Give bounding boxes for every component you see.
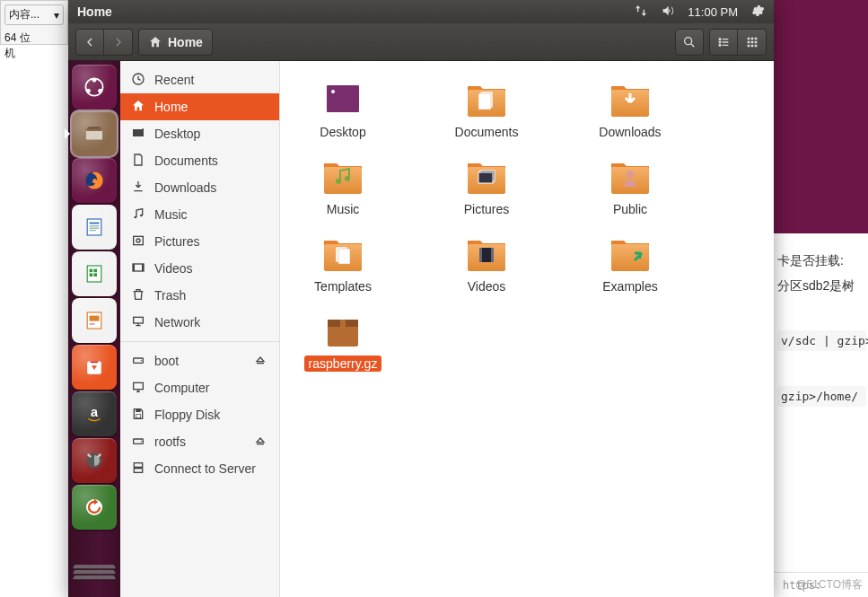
file-item-raspberry-gz[interactable]: raspberry.gz	[289, 311, 397, 372]
ubuntu-window: Home 11:00 PM Home a RecentHomeDesktopDo…	[68, 0, 774, 597]
sidebar-item-label: Desktop	[154, 127, 200, 141]
svg-rect-64	[338, 249, 350, 264]
file-item-label: Examples	[598, 278, 662, 294]
svg-rect-41	[136, 408, 140, 411]
svg-rect-35	[133, 264, 135, 271]
launcher-files-icon[interactable]	[72, 111, 117, 156]
svg-point-4	[98, 89, 102, 93]
svg-point-0	[685, 37, 692, 44]
sidebar-item-label: Trash	[154, 288, 186, 303]
host-panel-right: 卡是否挂载: 分区sdb2是树 v/sdc | gzip> gzip>/home…	[774, 0, 868, 597]
sidebar-item-boot[interactable]: boot	[120, 347, 279, 374]
sidebar-item-desktop[interactable]: Desktop	[120, 120, 279, 147]
sidebar-item-label: Home	[154, 100, 188, 114]
svg-rect-67	[479, 248, 482, 262]
svg-point-3	[86, 89, 91, 93]
sidebar-item-label: Pictures	[154, 234, 200, 249]
view-list-button[interactable]	[709, 29, 738, 56]
sidebar-item-label: Recent	[154, 73, 194, 87]
sidebar-item-documents[interactable]: Documents	[120, 147, 279, 174]
sidebar-item-trash[interactable]: Trash	[120, 282, 279, 309]
window-title: Home	[77, 4, 112, 19]
launcher-firefox-icon[interactable]	[72, 158, 117, 203]
svg-rect-21	[90, 323, 95, 325]
pictures-icon	[131, 233, 145, 250]
server-icon	[131, 461, 145, 478]
view-grid-button[interactable]	[738, 29, 767, 56]
sidebar-item-label: Videos	[154, 261, 193, 276]
file-item-examples[interactable]: Examples	[576, 233, 684, 294]
search-button[interactable]	[675, 29, 704, 56]
path-button-home[interactable]: Home	[138, 29, 213, 56]
svg-rect-40	[134, 382, 144, 389]
launcher-software-icon[interactable]	[72, 345, 117, 390]
launcher-trash-stack[interactable]	[71, 565, 118, 597]
file-item-downloads[interactable]: Downloads	[576, 79, 684, 140]
eject-button[interactable]	[252, 353, 268, 369]
file-item-pictures[interactable]: Pictures	[433, 156, 540, 217]
forward-button[interactable]	[104, 29, 133, 56]
sidebar-item-rootfs[interactable]: rootfs	[120, 428, 279, 455]
network-updown-icon[interactable]	[634, 4, 648, 21]
svg-rect-9	[87, 219, 101, 235]
sidebar-item-computer[interactable]: Computer	[120, 374, 279, 401]
sidebar-item-network[interactable]: Network	[120, 309, 279, 336]
sidebar-item-videos[interactable]: Videos	[120, 255, 279, 282]
file-item-label: raspberry.gz	[304, 356, 382, 372]
back-button[interactable]	[75, 29, 104, 56]
svg-point-44	[141, 441, 142, 442]
host-text-2: 分区sdb2是树	[777, 278, 866, 294]
sidebar-item-label: Connect to Server	[154, 461, 256, 476]
svg-point-49	[331, 90, 335, 93]
launcher-dash-icon[interactable]	[72, 65, 117, 110]
desktop-icon	[131, 126, 145, 143]
volume-icon[interactable]	[661, 4, 675, 21]
launcher-calc-icon[interactable]	[72, 251, 117, 296]
svg-rect-15	[90, 269, 93, 273]
svg-text:a: a	[91, 405, 99, 419]
svg-point-30	[134, 215, 136, 218]
host-dropdown[interactable]: 内容...▾	[4, 4, 64, 25]
sidebar-item-label: Floppy Disk	[154, 408, 220, 422]
gear-icon[interactable]	[750, 4, 765, 21]
host-text-64bit: 64 位	[4, 31, 64, 46]
file-item-templates[interactable]: Templates	[289, 233, 397, 294]
network-icon	[131, 314, 145, 331]
file-item-music[interactable]: Music	[289, 156, 397, 217]
sidebar-item-floppy-disk[interactable]: Floppy Disk	[120, 401, 279, 428]
host-footer: https://blog.csdn.net/liup @51CTO博客	[774, 572, 868, 597]
file-item-public[interactable]: Public	[576, 156, 684, 217]
sidebar-item-pictures[interactable]: Pictures	[120, 228, 279, 255]
svg-rect-36	[142, 264, 144, 271]
documents-icon	[131, 153, 145, 170]
sidebar-item-music[interactable]: Music	[120, 201, 279, 228]
launcher-impress-icon[interactable]	[72, 298, 117, 343]
launcher-updater-icon[interactable]	[72, 485, 117, 530]
launcher-amazon-icon[interactable]: a	[72, 391, 117, 436]
launcher: a	[68, 61, 120, 597]
file-item-documents[interactable]: Documents	[433, 79, 540, 140]
chevron-down-icon: ▾	[54, 9, 59, 22]
file-item-label: Public	[609, 201, 652, 217]
sidebar-item-connect-to-server[interactable]: Connect to Server	[120, 455, 279, 482]
sidebar-item-downloads[interactable]: Downloads	[120, 174, 279, 201]
sidebar-item-home[interactable]: Home	[120, 93, 279, 120]
file-view[interactable]: DesktopDocumentsDownloadsMusicPicturesPu…	[280, 61, 774, 597]
launcher-settings-icon[interactable]	[72, 438, 117, 483]
sidebar-item-label: Music	[154, 207, 188, 222]
launcher-writer-icon[interactable]	[72, 205, 117, 250]
svg-rect-47	[326, 84, 360, 113]
svg-rect-17	[90, 273, 93, 277]
sidebar-separator	[120, 341, 279, 342]
file-item-desktop[interactable]: Desktop	[289, 79, 397, 140]
svg-rect-72	[340, 320, 346, 327]
eject-button[interactable]	[252, 434, 268, 450]
sidebar-item-recent[interactable]: Recent	[120, 66, 279, 93]
file-item-videos[interactable]: Videos	[433, 233, 540, 294]
clock[interactable]: 11:00 PM	[688, 5, 738, 19]
svg-point-55	[336, 179, 341, 184]
path-label: Home	[168, 35, 203, 49]
music-icon	[131, 206, 145, 224]
file-item-label: Pictures	[460, 201, 514, 217]
sidebar-item-label: Computer	[154, 381, 209, 395]
